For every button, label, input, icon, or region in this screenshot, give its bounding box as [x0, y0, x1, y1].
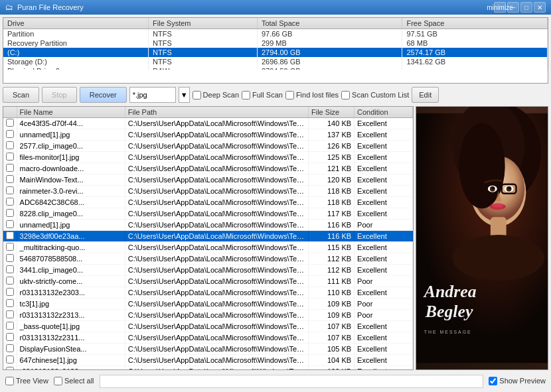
- drive-cell-free: 97.51 GB: [402, 29, 548, 39]
- file-cell-check[interactable]: [3, 366, 17, 370]
- file-cell-check[interactable]: [3, 310, 17, 321]
- file-table-row[interactable]: r031313132z2132... C:\Users\User\AppData…: [3, 366, 413, 370]
- file-cell-path: C:\Users\User\AppData\Local\Microsoft\Wi…: [125, 366, 308, 370]
- svg-point-17: [509, 187, 511, 189]
- file-cell-check[interactable]: [3, 265, 17, 276]
- deep-scan-label[interactable]: Deep Scan: [193, 91, 239, 99]
- drive-table-row[interactable]: Physical Drive 0 RAW 2794.52 GB -: [3, 66, 548, 70]
- drive-table-container: Drive File System Total Space Free Space…: [3, 17, 548, 84]
- file-cell-check[interactable]: [3, 197, 17, 208]
- file-cell-size: 118 KB: [309, 186, 354, 197]
- scan-custom-label[interactable]: Scan Custom List: [341, 91, 409, 99]
- filter-dropdown[interactable]: ▼: [179, 87, 190, 103]
- svg-text:THE  MESSAGE: THE MESSAGE: [424, 330, 472, 334]
- full-scan-checkbox[interactable]: [242, 91, 250, 99]
- file-cell-check[interactable]: [3, 276, 17, 287]
- file-table-scroll[interactable]: File Name File Path File Size Condition …: [3, 107, 413, 369]
- file-table-row[interactable]: unnamed[1].jpg C:\Users\User\AppData\Loc…: [3, 129, 413, 141]
- file-cell-check[interactable]: [3, 287, 17, 298]
- file-table-row[interactable]: macro-downloade... C:\Users\User\AppData…: [3, 163, 413, 174]
- find-lost-label[interactable]: Find lost files: [285, 91, 339, 99]
- file-cell-size: 107 KB: [309, 332, 354, 344]
- file-table-row[interactable]: rainmeter-3.0-revi... C:\Users\User\AppD…: [3, 186, 413, 197]
- file-table-row[interactable]: r031313132z2311... C:\Users\User\AppData…: [3, 332, 413, 344]
- drive-table-row[interactable]: (C:) NTFS 2794.00 GB 2574.17 GB: [3, 48, 548, 57]
- file-cell-name: 8228.clip_image0...: [17, 208, 125, 220]
- col-header-filename: File Name: [17, 107, 125, 118]
- file-cell-check[interactable]: [3, 253, 17, 265]
- file-table-row[interactable]: r031313132e2303... C:\Users\User\AppData…: [3, 287, 413, 298]
- select-all-checkbox[interactable]: [54, 377, 62, 385]
- file-table-row[interactable]: r031313132z2313... C:\Users\User\AppData…: [3, 310, 413, 321]
- file-cell-name: 647chinese[1].jpg: [17, 355, 125, 366]
- file-cell-check[interactable]: [3, 141, 17, 152]
- file-cell-check[interactable]: [3, 220, 17, 231]
- file-cell-size: 116 KB: [309, 231, 354, 242]
- edit-button[interactable]: Edit: [412, 87, 439, 103]
- full-scan-label[interactable]: Full Scan: [242, 91, 283, 99]
- file-cell-check[interactable]: [3, 298, 17, 310]
- tree-view-label[interactable]: Tree View: [5, 377, 48, 385]
- file-table-row[interactable]: 3441.clip_image0... C:\Users\User\AppDat…: [3, 265, 413, 276]
- recover-button[interactable]: Recover: [80, 87, 127, 103]
- drive-table-row[interactable]: Storage (D:) NTFS 2696.86 GB 1341.62 GB: [3, 57, 548, 66]
- scan-custom-checkbox[interactable]: [341, 91, 350, 99]
- file-table-row[interactable]: uktv-strictly-come... C:\Users\User\AppD…: [3, 276, 413, 287]
- file-table-row[interactable]: tc3[1].jpg C:\Users\User\AppData\Local\M…: [3, 298, 413, 310]
- file-cell-check[interactable]: [3, 129, 17, 141]
- file-cell-check[interactable]: [3, 163, 17, 174]
- file-cell-name: rainmeter-3.0-revi...: [17, 186, 125, 197]
- file-cell-check[interactable]: [3, 174, 17, 186]
- minimize-button[interactable]: ─: [507, 2, 519, 13]
- tree-view-checkbox[interactable]: [5, 377, 14, 385]
- file-table-row[interactable]: unnamed[1].jpg C:\Users\User\AppData\Loc…: [3, 220, 413, 231]
- help-button[interactable]: minimize: [494, 2, 506, 13]
- file-cell-check[interactable]: [3, 344, 17, 355]
- drive-cell-free: -: [402, 66, 548, 70]
- file-cell-check[interactable]: [3, 152, 17, 163]
- file-cell-check[interactable]: [3, 332, 17, 344]
- file-cell-cond: Poor: [354, 310, 413, 321]
- file-cell-check[interactable]: [3, 355, 17, 366]
- stop-button[interactable]: Stop: [42, 87, 77, 103]
- file-cell-name: tc3[1].jpg: [17, 298, 125, 310]
- scan-button[interactable]: Scan: [3, 87, 39, 103]
- filter-input[interactable]: [129, 87, 176, 103]
- drive-table-row[interactable]: Partition NTFS 97.66 GB 97.51 GB: [3, 29, 548, 39]
- file-table-row[interactable]: 8228.clip_image0... C:\Users\User\AppDat…: [3, 208, 413, 220]
- file-cell-path: C:\Users\User\AppData\Local\Microsoft\Wi…: [125, 253, 308, 265]
- file-cell-check[interactable]: [3, 186, 17, 197]
- find-lost-checkbox[interactable]: [285, 91, 294, 99]
- file-table-row[interactable]: DisplayFusionStea... C:\Users\User\AppDa…: [3, 344, 413, 355]
- file-table-row[interactable]: MainWindow-Text... C:\Users\User\AppData…: [3, 174, 413, 186]
- drive-table: Drive File System Total Space Free Space…: [3, 18, 548, 70]
- file-table-row[interactable]: _bass-quote[1].jpg C:\Users\User\AppData…: [3, 321, 413, 332]
- file-table-row[interactable]: 54687078588508... C:\Users\User\AppData\…: [3, 253, 413, 265]
- file-table-row[interactable]: _multitracking-quo... C:\Users\User\AppD…: [3, 242, 413, 253]
- show-preview-label[interactable]: Show Preview: [489, 377, 546, 385]
- file-table-row[interactable]: files-monitor[1].jpg C:\Users\User\AppDa…: [3, 152, 413, 163]
- file-table-row[interactable]: 647chinese[1].jpg C:\Users\User\AppData\…: [3, 355, 413, 366]
- file-cell-path: C:\Users\User\AppData\Local\Microsoft\Wi…: [125, 310, 308, 321]
- deep-scan-checkbox[interactable]: [193, 91, 201, 99]
- file-cell-check[interactable]: [3, 231, 17, 242]
- drive-cell-drive: Physical Drive 0: [3, 66, 149, 70]
- file-cell-check[interactable]: [3, 208, 17, 220]
- col-header-check: [3, 107, 17, 118]
- file-table-row[interactable]: 2577.clip_image0... C:\Users\User\AppDat…: [3, 141, 413, 152]
- maximize-button[interactable]: □: [520, 2, 532, 13]
- drive-cell-fs: NTFS: [149, 57, 258, 66]
- show-preview-checkbox[interactable]: [489, 377, 497, 385]
- col-header-condition: Condition: [354, 107, 413, 118]
- file-table-row[interactable]: ADC6842C38C68... C:\Users\User\AppData\L…: [3, 197, 413, 208]
- file-cell-check[interactable]: [3, 242, 17, 253]
- file-cell-check[interactable]: [3, 321, 17, 332]
- file-cell-check[interactable]: [3, 118, 17, 129]
- bottom-panel: File Name File Path File Size Condition …: [3, 106, 548, 370]
- drive-table-row[interactable]: Recovery Partition NTFS 299 MB 68 MB: [3, 38, 548, 48]
- file-table-row[interactable]: 4ce43f35-d70f-44... C:\Users\User\AppDat…: [3, 118, 413, 129]
- close-button[interactable]: ✕: [534, 2, 546, 13]
- file-table-row[interactable]: 3298e3df00e23aa... C:\Users\User\AppData…: [3, 231, 413, 242]
- drive-cell-total: 2794.52 GB: [257, 66, 402, 70]
- select-all-label[interactable]: Select all: [54, 377, 94, 385]
